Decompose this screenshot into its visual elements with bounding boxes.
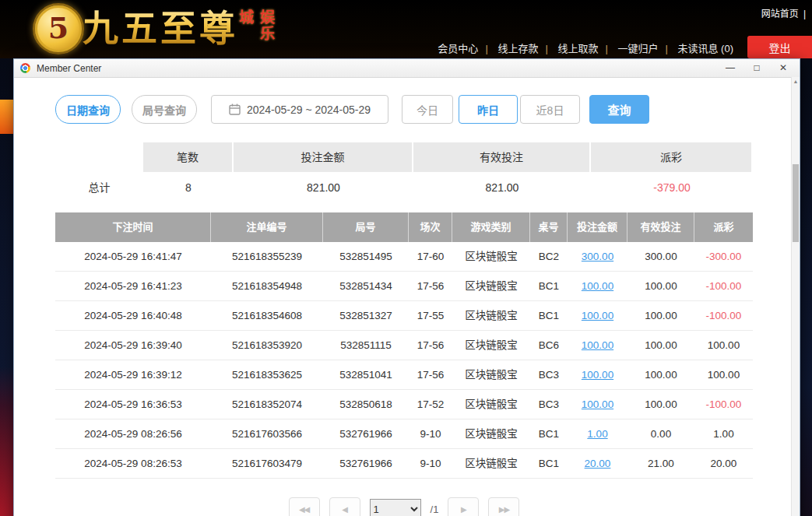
cell-table-no: BC1 — [530, 272, 568, 300]
window-content: 日期查询 局号查询 2024-05-29 ~ 2024-05-29 今日 昨日 … — [55, 95, 753, 516]
close-button[interactable]: ✕ — [770, 59, 796, 77]
bet-amount-link[interactable]: 100.00 — [582, 280, 613, 292]
cell-table-no: BC3 — [530, 390, 568, 419]
cell-bet-id: 521618354948 — [211, 272, 323, 300]
search-button[interactable]: 查询 — [589, 95, 649, 124]
summary-bet-amount: 821.00 — [234, 172, 413, 203]
cell-valid-bet: 100.00 — [627, 360, 694, 389]
header-game-type: 游戏类别 — [452, 212, 530, 242]
cell-valid-bet: 100.00 — [627, 390, 694, 419]
nav-separator: | — [485, 43, 487, 54]
last-page-icon[interactable]: ▶▶ — [488, 497, 519, 516]
cell-session: 17-56 — [409, 331, 452, 360]
nav-member-center[interactable]: 会员中心 — [438, 43, 478, 54]
table-row: 2024-05-29 08:26:53 521617603479 5327619… — [55, 449, 753, 479]
window-scrollbar[interactable]: ▲ — [791, 77, 800, 516]
window-titlebar[interactable]: Member Center — □ ✕ — [14, 59, 800, 78]
logout-button[interactable]: 登出 — [747, 36, 812, 58]
tab-round-query[interactable]: 局号查询 — [132, 95, 197, 124]
header-bet-time: 下注时间 — [55, 212, 211, 242]
yesterday-button[interactable]: 昨日 — [459, 95, 518, 124]
date-range-input[interactable]: 2024-05-29 ~ 2024-05-29 — [211, 95, 388, 124]
cell-game-type: 区块链骰宝 — [452, 242, 530, 271]
cell-table-no: BC2 — [530, 242, 568, 271]
summary-valid-bet: 821.00 — [413, 172, 591, 203]
cell-bet-time: 2024-05-29 08:26:53 — [55, 449, 211, 478]
bet-amount-link[interactable]: 1.00 — [587, 428, 607, 440]
cell-bet-time: 2024-05-29 16:39:40 — [55, 331, 211, 360]
maximize-button[interactable]: □ — [743, 59, 770, 77]
cell-session: 17-52 — [409, 390, 452, 419]
nav-separator: | — [665, 43, 667, 54]
cell-session: 17-60 — [409, 242, 452, 271]
cell-game-type: 区块链骰宝 — [452, 272, 530, 300]
bet-amount-link[interactable]: 100.00 — [582, 310, 613, 321]
table-row: 2024-05-29 16:39:40 521618353920 5328511… — [55, 331, 753, 360]
cell-round-id: 532851434 — [323, 272, 409, 300]
last-8-days-button[interactable]: 近8日 — [520, 95, 580, 124]
nav-separator: | — [545, 43, 547, 54]
cell-game-type: 区块链骰宝 — [452, 390, 530, 419]
header-table-no: 桌号 — [530, 212, 568, 242]
cell-bet-id: 521617603566 — [211, 419, 323, 448]
table-row: 2024-05-29 16:41:23 521618354948 5328514… — [55, 272, 753, 301]
nav-deposit[interactable]: 线上存款 — [497, 43, 538, 54]
cell-valid-bet: 100.00 — [627, 331, 694, 360]
top-link-row: 网站首页| — [761, 6, 806, 19]
first-page-icon[interactable]: ◀◀ — [289, 497, 320, 516]
scroll-up-icon[interactable]: ▲ — [792, 79, 800, 84]
background-orange-strip — [0, 100, 13, 134]
cell-bet-id: 521618354608 — [211, 301, 323, 330]
summary-header-valid-bet: 有效投注 — [413, 142, 591, 172]
site-nav: 会员中心| 线上存款| 线上取款| 一键归户| 未读讯息 (0) — [431, 40, 740, 55]
bet-amount-link[interactable]: 20.00 — [585, 458, 611, 469]
summary-total-label: 总计 — [55, 172, 143, 203]
cell-payout: -100.00 — [694, 272, 753, 300]
cell-bet-time: 2024-05-29 16:36:53 — [55, 390, 211, 419]
page-select[interactable]: 1 — [370, 499, 421, 516]
cell-game-type: 区块链骰宝 — [452, 449, 530, 478]
cell-payout: 1.00 — [694, 419, 753, 448]
window-app-icon — [20, 63, 30, 73]
scrollbar-thumb[interactable] — [793, 164, 799, 242]
cell-valid-bet: 100.00 — [627, 272, 694, 300]
home-link[interactable]: 网站首页 — [761, 9, 799, 19]
cell-bet-id: 521618352074 — [211, 390, 323, 419]
site-top-bar: 5 九五至尊 娱乐城 网站首页| 会员中心| 线上存款| 线上取款| 一键归户|… — [0, 0, 812, 58]
header-valid-bet: 有效投注 — [627, 212, 694, 242]
cell-valid-bet: 300.00 — [627, 242, 694, 271]
next-page-icon[interactable]: ▶ — [448, 497, 479, 516]
cell-round-id: 532761966 — [323, 419, 409, 448]
header-bet-id: 注单编号 — [211, 212, 323, 242]
cell-session: 17-55 — [409, 301, 452, 330]
cell-game-type: 区块链骰宝 — [452, 419, 530, 448]
pagination: ◀◀ ◀ 1 /1 ▶ ▶▶ — [55, 497, 753, 516]
cell-payout: -300.00 — [694, 242, 753, 271]
minimize-button[interactable]: — — [717, 59, 743, 77]
table-row: 2024-05-29 16:41:47 521618355239 5328514… — [55, 242, 753, 272]
cell-round-id: 532851041 — [323, 360, 409, 389]
bet-records-table: 下注时间 注单编号 局号 场次 游戏类别 桌号 投注金额 有效投注 派彩 202… — [55, 212, 753, 479]
cell-round-id: 532761966 — [323, 449, 409, 478]
site-logo-title: 九五至尊 — [83, 5, 238, 51]
summary-header-blank — [55, 142, 143, 172]
cell-bet-time: 2024-05-29 16:41:47 — [55, 242, 211, 271]
bet-amount-link[interactable]: 300.00 — [582, 251, 613, 262]
bet-amount-link[interactable]: 100.00 — [582, 369, 613, 381]
today-button[interactable]: 今日 — [402, 95, 453, 124]
bet-amount-link[interactable]: 100.00 — [582, 339, 613, 351]
prev-page-icon[interactable]: ◀ — [329, 497, 360, 516]
cell-table-no: BC1 — [530, 419, 568, 448]
table-row: 2024-05-29 16:40:48 521618354608 5328513… — [55, 301, 753, 331]
table-row: 2024-05-29 08:26:56 521617603566 5327619… — [55, 419, 753, 449]
header-session: 场次 — [409, 212, 452, 242]
nav-unread-messages[interactable]: 未读讯息 (0) — [677, 43, 733, 54]
tab-date-query[interactable]: 日期查询 — [55, 95, 121, 124]
cell-payout: 20.00 — [694, 449, 753, 478]
nav-withdraw[interactable]: 线上取款 — [557, 43, 598, 54]
member-center-window: Member Center — □ ✕ 日期查询 局号查询 2024-05-29… — [13, 58, 800, 516]
nav-one-key-transfer[interactable]: 一键归户 — [617, 43, 658, 54]
cell-round-id: 532851115 — [323, 331, 409, 360]
site-logo-subtitle: 娱乐城 — [234, 9, 276, 58]
bet-amount-link[interactable]: 100.00 — [582, 398, 613, 410]
